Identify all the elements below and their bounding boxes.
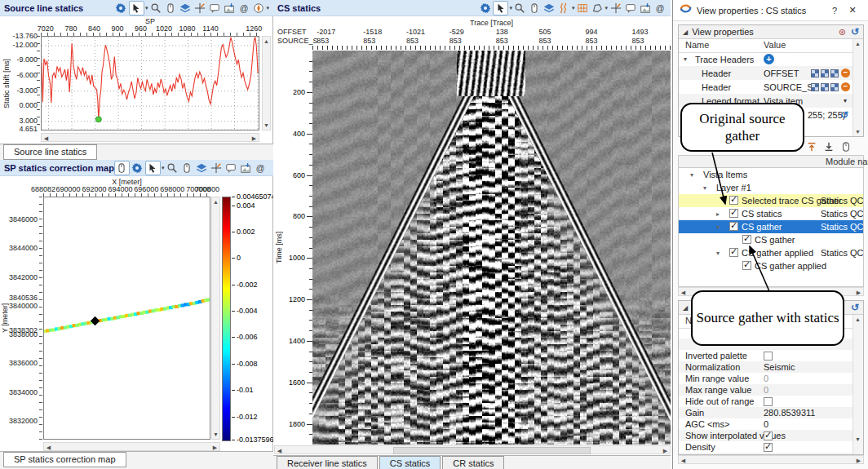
- collapse-icon[interactable]: ◢: [683, 29, 688, 36]
- property-value[interactable]: 0: [764, 385, 768, 395]
- checked-checkbox[interactable]: [764, 431, 773, 440]
- header-grid-icon[interactable]: [821, 83, 829, 91]
- crosshair-icon[interactable]: [209, 161, 223, 175]
- zoomregion-icon[interactable]: @: [237, 2, 250, 15]
- map-vertical-scrollbar[interactable]: ▲▼: [211, 197, 220, 440]
- compass-dropdown-icon[interactable]: ▾: [266, 5, 269, 11]
- tree-item-cs-statics[interactable]: ▸CS staticsStatics QC: [679, 207, 863, 220]
- dropdown-icon[interactable]: ▾: [844, 97, 847, 104]
- select-dropdown-icon[interactable]: ▾: [509, 5, 512, 11]
- compass-icon[interactable]: [251, 2, 265, 15]
- tree-item-vista-items[interactable]: ▾Vista Items: [679, 168, 863, 181]
- collapse-icon[interactable]: ◢: [683, 304, 688, 312]
- comment-icon[interactable]: [207, 2, 221, 15]
- module-name-label[interactable]: Module name: [826, 157, 868, 166]
- property-row[interactable]: HeaderSOURCE_S−: [679, 80, 853, 94]
- select-dropdown-icon[interactable]: ▾: [145, 5, 148, 11]
- tab-sp-statics-correction-map[interactable]: SP statics correction map: [3, 452, 126, 467]
- layers-icon[interactable]: [178, 2, 192, 15]
- crosshair-icon[interactable]: [609, 2, 622, 15]
- value-column-header[interactable]: Value: [764, 40, 786, 50]
- move-up-icon[interactable]: [804, 140, 818, 153]
- property-row[interactable]: Inverted palette: [679, 350, 853, 361]
- property-value[interactable]: OFFSET: [764, 69, 799, 78]
- item-checkbox[interactable]: [729, 222, 738, 231]
- expander-icon[interactable]: ▾: [703, 184, 706, 192]
- tree-item-cs-gather[interactable]: ▾CS gatherStatics QC: [679, 220, 863, 233]
- tree-item-layer-1[interactable]: ▾Layer #1: [679, 181, 863, 194]
- select-icon[interactable]: [129, 1, 144, 15]
- item-checkbox[interactable]: [729, 209, 738, 218]
- expander-icon[interactable]: ▾: [690, 171, 693, 179]
- remove-header-icon[interactable]: −: [841, 69, 850, 77]
- map-horizontal-scrollbar[interactable]: ◀▶: [43, 442, 220, 451]
- property-value[interactable]: 0: [764, 419, 768, 429]
- zoomregion-icon[interactable]: @: [253, 161, 267, 175]
- select-dropdown-icon[interactable]: ▾: [162, 165, 165, 171]
- zoomregion-icon[interactable]: @: [653, 2, 666, 15]
- expander-icon[interactable]: ▸: [716, 210, 720, 218]
- mouse-icon[interactable]: [528, 2, 542, 15]
- gear-icon[interactable]: [478, 2, 492, 15]
- undo-icon[interactable]: ↺: [851, 302, 859, 313]
- property-row[interactable]: Min range value0: [679, 373, 853, 384]
- mouse-icon[interactable]: [114, 161, 130, 175]
- close-button[interactable]: ✕: [844, 5, 861, 15]
- section2-horizontal-scrollbar[interactable]: ◀▶: [678, 455, 864, 464]
- unchecked-checkbox[interactable]: [764, 397, 773, 406]
- grid-icon[interactable]: [575, 2, 589, 15]
- gear-icon[interactable]: [114, 2, 128, 15]
- section-header[interactable]: ◢ View properties ⊛ ↺: [679, 25, 863, 39]
- polygon-icon[interactable]: [590, 2, 604, 15]
- unchecked-checkbox[interactable]: [764, 352, 773, 361]
- zoom-icon[interactable]: [148, 2, 162, 15]
- comment-icon[interactable]: [623, 2, 637, 15]
- wiggle-icon[interactable]: [557, 2, 571, 15]
- item-checkbox[interactable]: [742, 261, 751, 270]
- property-value[interactable]: 280.8539311: [764, 408, 815, 418]
- header-grid-icon[interactable]: [811, 69, 819, 77]
- property-value[interactable]: 0: [764, 374, 768, 383]
- mouse-icon[interactable]: [839, 140, 852, 153]
- item-checkbox[interactable]: [729, 248, 738, 257]
- crosshair-icon[interactable]: [193, 2, 206, 15]
- layers-icon[interactable]: [194, 161, 208, 175]
- item-checkbox[interactable]: [729, 196, 738, 205]
- property-row[interactable]: Gain280.8539311: [679, 407, 853, 418]
- property-row[interactable]: AGC <ms>0: [679, 418, 853, 430]
- expander-icon[interactable]: ▾: [684, 55, 687, 63]
- header-grid-icon[interactable]: [811, 83, 819, 91]
- compass-icon[interactable]: [268, 161, 269, 175]
- header-grid-icon[interactable]: [830, 69, 839, 77]
- select-icon[interactable]: [493, 1, 508, 15]
- property-row[interactable]: Show interpolated values: [679, 430, 853, 441]
- layers-icon[interactable]: [542, 2, 556, 15]
- tree-item-cs-gather[interactable]: CS gather: [679, 233, 863, 246]
- gear-icon[interactable]: [131, 161, 144, 175]
- property-value[interactable]: Seismic: [764, 362, 795, 372]
- move-down-icon[interactable]: [822, 140, 835, 153]
- name-column-header[interactable]: Name: [685, 40, 709, 50]
- tab-cs-statics[interactable]: CS statics: [379, 456, 441, 469]
- sp-statics-scatter-map[interactable]: [43, 197, 210, 440]
- tab-source-line-statics[interactable]: Source line statics: [3, 144, 97, 160]
- export-icon[interactable]: [238, 161, 252, 175]
- zoom-icon[interactable]: [165, 161, 179, 175]
- tab-receiver-line-statics[interactable]: Receiver line statics: [277, 456, 378, 469]
- property-row[interactable]: Max range value0: [679, 384, 853, 396]
- polygon-dropdown-icon[interactable]: ▾: [604, 5, 608, 11]
- undo-icon[interactable]: ↺: [851, 26, 859, 38]
- seismic-gather-image[interactable]: [312, 51, 671, 445]
- remove-header-icon[interactable]: −: [841, 82, 850, 91]
- add-header-button[interactable]: +: [764, 54, 774, 64]
- chart-horizontal-scrollbar[interactable]: ◀▶: [41, 133, 259, 142]
- property-value[interactable]: SOURCE_S: [764, 82, 813, 92]
- chart-vertical-scrollbar[interactable]: ▲▼: [262, 36, 271, 131]
- tab-cr-statics[interactable]: CR statics: [442, 456, 504, 469]
- header-grid-icon[interactable]: [821, 69, 829, 77]
- export-icon[interactable]: [222, 2, 236, 15]
- property-row[interactable]: Density: [679, 441, 853, 453]
- header-grid-icon[interactable]: [830, 83, 839, 91]
- help-button[interactable]: ?: [826, 6, 844, 15]
- mouse-icon[interactable]: [179, 161, 193, 175]
